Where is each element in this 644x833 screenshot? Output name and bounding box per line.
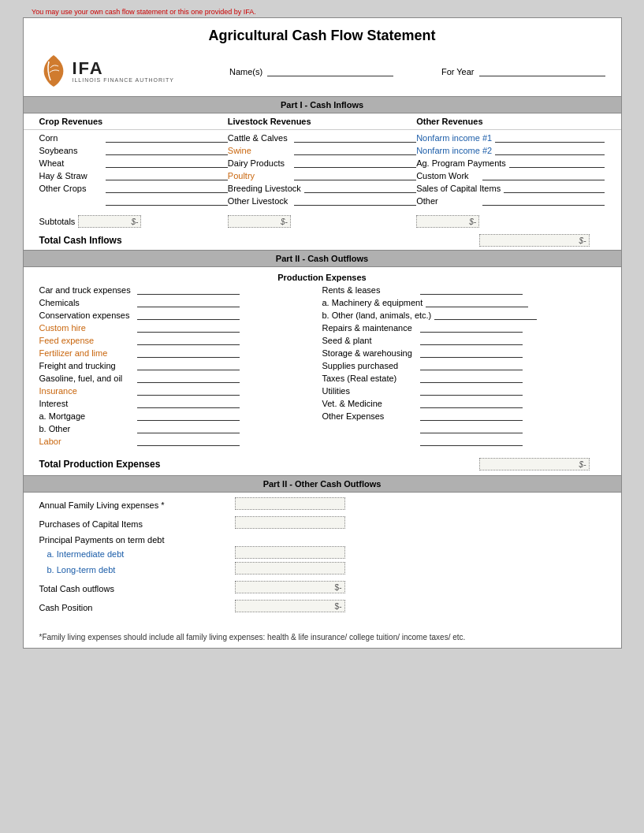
seed-input[interactable] xyxy=(420,336,523,345)
other-sales-capital: Sales of Capital Items xyxy=(416,184,501,193)
blank2-input[interactable] xyxy=(420,437,523,446)
other-land-input[interactable] xyxy=(434,311,537,320)
soybeans-input[interactable] xyxy=(106,146,228,155)
subtotals-row: Subtotals $- $- $- xyxy=(24,212,621,231)
logo-ifa-text: IFA xyxy=(73,60,174,77)
total-prod-box[interactable]: $- xyxy=(479,458,590,470)
machinery-input[interactable] xyxy=(426,298,528,307)
other-interest-input[interactable] xyxy=(137,424,240,433)
fertilizer-input[interactable] xyxy=(137,348,240,358)
out-other-land: b. Other (land, animals, etc.) xyxy=(322,311,432,320)
breeding-input[interactable] xyxy=(304,184,416,193)
car-truck-input[interactable] xyxy=(137,285,240,295)
hay-input[interactable] xyxy=(106,171,228,180)
out-labor: Labor xyxy=(39,437,134,446)
list-item: Swine xyxy=(228,146,416,155)
livestock-subtotal-box[interactable]: $- xyxy=(228,215,291,228)
poultry-input[interactable] xyxy=(294,171,416,180)
intermediate-debt-box[interactable] xyxy=(235,546,345,559)
list-item: Custom hire xyxy=(39,322,322,333)
wheat-input[interactable] xyxy=(106,158,228,168)
capital-items-box[interactable] xyxy=(235,516,345,529)
crop-subtotal: Subtotals $- xyxy=(39,215,228,228)
list-item: Other Livestock xyxy=(228,196,416,206)
nonfarm1-input[interactable] xyxy=(495,133,605,143)
family-living-box[interactable] xyxy=(235,497,345,510)
longterm-debt-box[interactable] xyxy=(235,562,345,575)
subtotals-label: Subtotals xyxy=(39,217,76,226)
list-item: Other Expenses xyxy=(322,411,605,422)
cash-position-label: Cash Position xyxy=(39,603,229,612)
out-insurance: Insurance xyxy=(39,386,134,396)
interest-input[interactable] xyxy=(137,399,240,408)
part2-outflows-header: Part II - Cash Outflows xyxy=(24,250,621,267)
other-subtotal-box[interactable]: $- xyxy=(416,215,479,228)
utilities-input[interactable] xyxy=(420,386,523,396)
name-year-row: Name(s) For Year xyxy=(182,65,605,76)
list-item: Total Cash outflows $- xyxy=(39,581,605,593)
total-cash-outflows-box[interactable]: $- xyxy=(235,581,345,593)
out-fertilizer: Fertilizer and lime xyxy=(39,348,134,358)
other-custom-work: Custom Work xyxy=(416,171,479,180)
crop-blank-input[interactable] xyxy=(106,196,228,206)
out-taxes: Taxes (Real estate) xyxy=(322,374,417,383)
list-item: Annual Family Living expenses * xyxy=(39,497,605,510)
supplies-input[interactable] xyxy=(420,361,523,370)
total-cash-inflows-box[interactable]: $- xyxy=(479,234,590,247)
list-item: Supplies purchased xyxy=(322,360,605,371)
gasoline-input[interactable] xyxy=(137,374,240,383)
list-item: a. Mortgage xyxy=(39,411,322,422)
list-item: Repairs & maintenance xyxy=(322,322,605,333)
mortgage-input[interactable] xyxy=(137,411,240,421)
freight-input[interactable] xyxy=(137,361,240,370)
nonfarm2-input[interactable] xyxy=(495,146,605,155)
other-revenues-header: Other Revenues xyxy=(416,117,605,126)
list-item: Nonfarm income #1 xyxy=(416,133,605,143)
total-prod-label: Total Production Expenses xyxy=(39,459,161,470)
cattle-input[interactable] xyxy=(294,133,416,143)
out-utilities: Utilities xyxy=(322,386,417,396)
cash-position-box[interactable]: $- xyxy=(235,600,345,612)
repairs-input[interactable] xyxy=(420,323,523,333)
list-item: Other xyxy=(416,196,605,206)
other-livestock-input[interactable] xyxy=(294,196,416,206)
year-input[interactable] xyxy=(479,65,605,76)
total-prod-row: Total Production Expenses $- xyxy=(24,453,621,475)
livestock-other: Other Livestock xyxy=(228,196,291,206)
swine-input[interactable] xyxy=(294,146,416,155)
labor-input[interactable] xyxy=(137,437,240,446)
custom-work-input[interactable] xyxy=(482,171,605,180)
list-item xyxy=(322,436,605,447)
vet-input[interactable] xyxy=(420,399,523,408)
storage-input[interactable] xyxy=(420,348,523,358)
list-item: b. Long-term debt xyxy=(39,562,605,575)
list-item: b. Other (land, animals, etc.) xyxy=(322,310,605,321)
rents-input[interactable] xyxy=(420,285,523,295)
taxes-input[interactable] xyxy=(420,374,523,383)
conservation-input[interactable] xyxy=(137,311,240,320)
list-item: Fertilizer and lime xyxy=(39,348,322,359)
ag-program-input[interactable] xyxy=(509,158,605,168)
list-item: Labor xyxy=(39,436,322,447)
feed-input[interactable] xyxy=(137,336,240,345)
blank1-input[interactable] xyxy=(420,424,523,433)
total-cash-outflows-label: Total Cash outflows xyxy=(39,584,229,593)
crop-subtotal-box[interactable]: $- xyxy=(78,215,141,228)
other-exp-input[interactable] xyxy=(420,411,523,421)
sales-capital-input[interactable] xyxy=(504,184,605,193)
total-prod-field: $- xyxy=(479,458,590,470)
dairy-input[interactable] xyxy=(294,158,416,168)
list-item: Corn xyxy=(39,133,228,143)
list-item: Taxes (Real estate) xyxy=(322,373,605,384)
name-input[interactable] xyxy=(267,65,393,76)
list-item: Cash Position $- xyxy=(39,600,605,612)
insurance-input[interactable] xyxy=(137,386,240,396)
chemicals-input[interactable] xyxy=(137,298,240,307)
list-item: Ag. Program Payments xyxy=(416,158,605,168)
out-repairs: Repairs & maintenance xyxy=(322,323,417,333)
corn-input[interactable] xyxy=(106,133,228,143)
other-other-input[interactable] xyxy=(482,196,605,206)
custom-hire-input[interactable] xyxy=(137,323,240,333)
other-crops-input[interactable] xyxy=(106,184,228,193)
page-title: Agricultural Cash Flow Statement xyxy=(24,18,621,49)
